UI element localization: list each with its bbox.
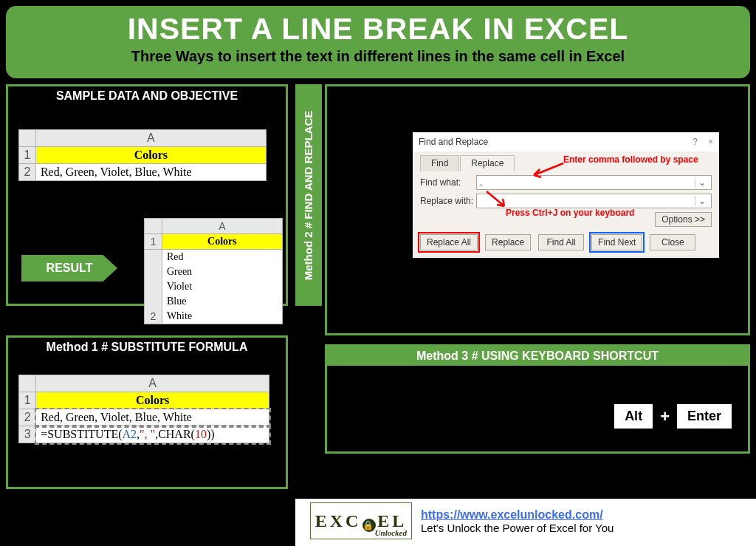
label-replace-with: Replace with: <box>420 196 476 206</box>
chevron-down-icon[interactable]: ⌄ <box>695 196 708 206</box>
key-alt: Alt <box>614 404 653 429</box>
m1-title: Method 1 # SUBSTITUTE FORMULA <box>8 338 286 357</box>
find-next-button[interactable]: Find Next <box>591 234 642 250</box>
dialog-titlebar: Find and Replace ? × <box>413 132 719 151</box>
m1-grid: A 1Colors 2Red, Green, Violet, Blue, Whi… <box>18 375 269 443</box>
page-title: INSERT A LINE BREAK IN EXCEL <box>6 12 750 47</box>
tab-replace[interactable]: Replace <box>460 155 515 171</box>
col-header-a: A <box>35 130 266 147</box>
plus-icon: + <box>660 407 670 426</box>
panel-method2: Find and Replace ? × Find Replace Enter … <box>325 84 750 335</box>
annotation-findwhat: Enter comma followed by space <box>563 154 698 165</box>
cell-value: Red, Green, Violet, Blue, White <box>35 164 266 181</box>
sample-grid-input: A 1Colors 2Red, Green, Violet, Blue, Whi… <box>18 129 267 181</box>
sample-grid-output: A 1Colors 2Red Green Violet Blue White <box>144 218 283 324</box>
input-find-what[interactable]: ,⌄ <box>476 175 712 190</box>
formula-cell: =SUBSTITUTE(A2,", ",CHAR(10)) <box>36 426 269 443</box>
dialog-title: Find and Replace <box>419 132 488 151</box>
options-button[interactable]: Options >> <box>655 212 712 227</box>
arrow-icon <box>528 162 565 180</box>
panel-method1: Method 1 # SUBSTITUTE FORMULA A 1Colors … <box>6 335 288 489</box>
keyboard-shortcut: Alt + Enter <box>614 404 732 429</box>
label-find-what: Find what: <box>420 177 476 188</box>
footer: EXC🔒EL Unlocked https://www.excelunlocke… <box>310 499 750 543</box>
page-subtitle: Three Ways to insert the text in differe… <box>6 48 750 65</box>
method2-vertical-label: Method 2 # FIND AND REPLACE <box>295 84 322 306</box>
m3-title: Method 3 # USING KEYBOARD SHORTCUT <box>327 347 748 366</box>
close-icon[interactable]: × <box>708 132 713 151</box>
tab-find[interactable]: Find <box>420 155 459 171</box>
panel-sample: SAMPLE DATA AND OBJECTIVE A 1Colors 2Red… <box>6 84 288 306</box>
find-replace-dialog: Find and Replace ? × Find Replace Enter … <box>413 132 719 258</box>
help-icon[interactable]: ? <box>693 132 698 151</box>
logo: EXC🔒EL Unlocked <box>310 502 412 539</box>
annotation-replacewith: Press Ctrl+J on your keyboard <box>506 208 634 218</box>
sample-title: SAMPLE DATA AND OBJECTIVE <box>8 86 286 106</box>
key-enter: Enter <box>677 404 732 429</box>
chevron-down-icon[interactable]: ⌄ <box>695 177 708 188</box>
replace-all-button[interactable]: Replace All <box>420 234 478 250</box>
footer-link[interactable]: https://www.excelunlocked.com/ <box>421 508 614 522</box>
header-banner: INSERT A LINE BREAK IN EXCEL Three Ways … <box>6 6 750 78</box>
input-replace-with[interactable]: ⌄ <box>476 194 712 208</box>
find-all-button[interactable]: Find All <box>538 234 584 250</box>
arrow-icon <box>484 190 509 209</box>
replace-button[interactable]: Replace <box>485 234 531 250</box>
panel-method3: Method 3 # USING KEYBOARD SHORTCUT Alt +… <box>325 344 750 454</box>
close-button[interactable]: Close <box>650 234 695 250</box>
result-arrow-label: RESULT <box>21 255 117 281</box>
footer-tagline: Let's Unlock the Power of Excel for You <box>421 522 614 534</box>
cell-header: Colors <box>35 147 266 164</box>
